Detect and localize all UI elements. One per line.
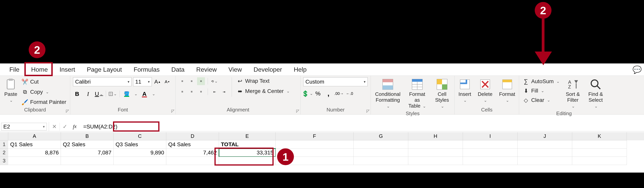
col-header-K[interactable]: K (572, 132, 627, 140)
col-header-B[interactable]: B (61, 132, 114, 140)
decrease-font-button[interactable]: A▼ (163, 78, 171, 86)
cell-H2[interactable] (408, 148, 463, 157)
increase-font-button[interactable]: A▲ (154, 78, 162, 86)
cancel-formula-button[interactable]: ✕ (49, 123, 60, 130)
cell-F1[interactable] (276, 140, 354, 148)
col-header-F[interactable]: F (276, 132, 354, 140)
cell-K2[interactable] (572, 148, 627, 157)
underline-button[interactable]: U⌄ (95, 90, 103, 98)
insert-cells-button[interactable]: Insert⌄ (457, 77, 473, 104)
col-header-C[interactable]: C (114, 132, 166, 140)
align-left-button[interactable]: ≡ (178, 88, 186, 96)
col-header-A[interactable]: A (8, 132, 61, 140)
borders-button[interactable]: ⌄ (109, 90, 117, 98)
col-header-J[interactable]: J (518, 132, 572, 140)
dialog-launcher-number[interactable]: ◸ (366, 108, 370, 113)
format-painter-button[interactable]: 🖌️ Format Painter (21, 98, 67, 106)
tab-developer[interactable]: Developer (248, 64, 288, 76)
orientation-button[interactable]: ⟲⌄ (210, 77, 218, 85)
cell-G1[interactable] (354, 140, 408, 148)
font-name-dropdown[interactable]: Calibri ▾ (73, 77, 132, 86)
increase-decimal-button[interactable]: .00→ (335, 90, 343, 98)
format-as-table-button[interactable]: Format as Table ⌄ (406, 77, 428, 110)
cell-A2[interactable]: 8,876 (8, 148, 61, 157)
cell-D2[interactable]: 7,462 (166, 148, 219, 157)
cell-I2[interactable] (463, 148, 518, 157)
comments-icon[interactable]: 💬 (632, 66, 642, 74)
tab-insert[interactable]: Insert (54, 64, 81, 76)
find-select-button[interactable]: Find & Select ⌄ (585, 77, 606, 110)
cell-C2[interactable]: 9,890 (114, 148, 166, 157)
cell-G2[interactable] (354, 148, 408, 157)
align-right-button[interactable]: ≡ (197, 88, 205, 96)
font-color-button[interactable]: A (140, 90, 148, 98)
name-box[interactable]: E2 ▾ (1, 123, 47, 130)
tab-review[interactable]: Review (190, 64, 223, 76)
cell-B2[interactable]: 7,087 (61, 148, 114, 157)
col-header-G[interactable]: G (354, 132, 408, 140)
col-header-I[interactable]: I (463, 132, 518, 140)
tab-help[interactable]: Help (288, 64, 312, 76)
cell-B1[interactable]: Q2 Sales (61, 140, 114, 148)
select-all-corner[interactable] (0, 132, 8, 140)
delete-cells-button[interactable]: Delete⌄ (476, 77, 494, 104)
align-middle-button[interactable]: ≡ (188, 77, 196, 85)
col-header-E[interactable]: E (219, 132, 276, 140)
cell-D1[interactable]: Q4 Sales (166, 140, 219, 148)
conditional-formatting-button[interactable]: Conditional Formatting ⌄ (374, 77, 402, 110)
accounting-button[interactable]: 💲⌄ (303, 90, 312, 98)
cell-A1[interactable]: Q1 Sales (8, 140, 61, 148)
italic-button[interactable]: I (84, 90, 92, 98)
cell-J1[interactable] (518, 140, 572, 148)
tab-file[interactable]: File (4, 64, 25, 76)
cell-I3[interactable] (463, 157, 518, 165)
cell-G3[interactable] (354, 157, 408, 165)
enter-formula-button[interactable]: ✓ (60, 123, 70, 130)
cell-J3[interactable] (518, 157, 572, 165)
col-header-H[interactable]: H (408, 132, 463, 140)
copy-button[interactable]: ⧉ Copy ⌄ (21, 88, 67, 96)
paste-button[interactable]: Paste⌄ (3, 77, 19, 104)
align-bottom-button[interactable]: ≡ (197, 77, 205, 85)
align-center-button[interactable]: ≡ (188, 88, 196, 96)
wrap-text-button[interactable]: ↩ Wrap Text (236, 77, 290, 85)
tab-formulas[interactable]: Formulas (128, 64, 166, 76)
decrease-decimal-button[interactable]: ←.0 (346, 90, 354, 98)
cell-J2[interactable] (518, 148, 572, 157)
cell-I1[interactable] (463, 140, 518, 148)
fx-icon[interactable]: fx (70, 124, 79, 130)
tab-view[interactable]: View (223, 64, 248, 76)
cell-C1[interactable]: Q3 Sales (114, 140, 166, 148)
merge-center-button[interactable]: ⬌ Merge & Center ⌄ (236, 88, 290, 95)
fill-color-button[interactable]: 🪣 (122, 90, 131, 98)
cell-E1[interactable]: TOTAL (219, 140, 276, 148)
fill-button[interactable]: ⬇ Fill ⌄ (522, 87, 560, 94)
dialog-launcher-clipboard[interactable]: ◸ (66, 108, 69, 113)
cell-A3[interactable] (8, 157, 61, 165)
align-top-button[interactable]: ≡ (178, 77, 186, 85)
tab-page-layout[interactable]: Page Layout (81, 64, 128, 76)
tab-data[interactable]: Data (166, 64, 190, 76)
cell-C3[interactable] (114, 157, 166, 165)
decrease-indent-button[interactable]: ⇤ (210, 88, 218, 96)
clear-button[interactable]: ◇ Clear ⌄ (522, 96, 560, 104)
sort-filter-button[interactable]: AZ Sort & Filter ⌄ (564, 77, 582, 110)
comma-button[interactable]: , (324, 90, 332, 98)
cell-K3[interactable] (572, 157, 627, 165)
cell-D3[interactable] (166, 157, 219, 165)
font-size-dropdown[interactable]: 11 ▾ (133, 77, 152, 86)
cell-H1[interactable] (408, 140, 463, 148)
dialog-launcher-alignment[interactable]: ◸ (296, 108, 299, 113)
col-header-D[interactable]: D (166, 132, 219, 140)
cut-button[interactable]: ✂️ Cut (21, 78, 67, 86)
increase-indent-button[interactable]: ⇥ (220, 88, 228, 96)
cell-styles-button[interactable]: Cell Styles ⌄ (432, 77, 452, 110)
format-cells-button[interactable]: Format⌄ (498, 77, 516, 104)
row-header-2[interactable]: 2 (0, 148, 8, 157)
formula-input[interactable] (80, 122, 644, 131)
number-format-dropdown[interactable]: Custom ▾ (303, 77, 368, 86)
row-header-3[interactable]: 3 (0, 157, 8, 165)
bold-button[interactable]: B (73, 90, 81, 98)
cell-H3[interactable] (408, 157, 463, 165)
cell-K1[interactable] (572, 140, 627, 148)
